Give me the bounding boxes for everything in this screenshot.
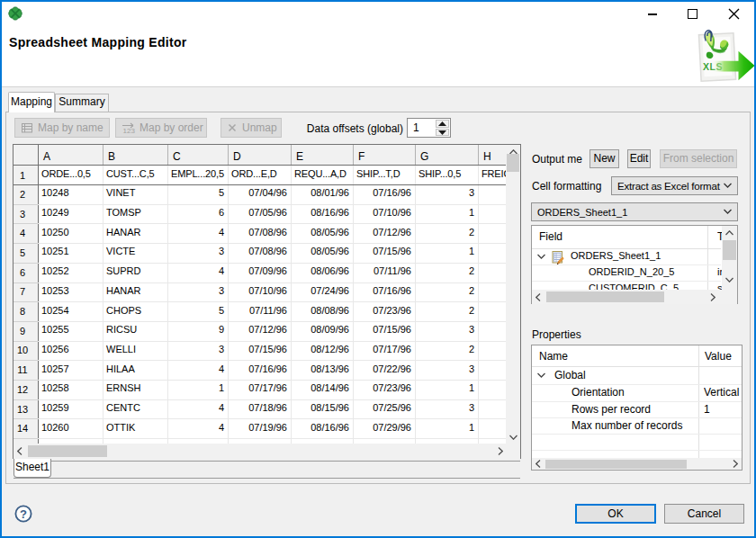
- svg-text:123: 123: [123, 127, 136, 134]
- svg-text:?: ?: [20, 507, 27, 521]
